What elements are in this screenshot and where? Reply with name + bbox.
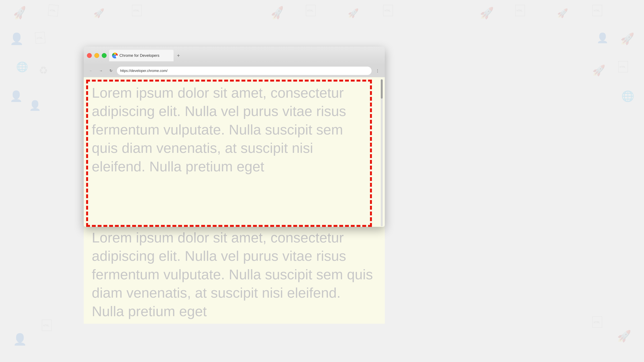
active-tab[interactable]: Chrome for Developers [109, 50, 174, 61]
svg-rect-0 [48, 4, 58, 16]
svg-rect-10 [592, 5, 602, 16]
menu-button[interactable]: ⋮ [374, 67, 382, 75]
nav-bar: ← → ↻ https://developer.chrome.com/ ⋮ [84, 64, 385, 77]
svg-text:HTML: HTML [384, 9, 391, 12]
svg-rect-2 [132, 5, 142, 16]
bg-html-icon: HTML [48, 4, 58, 19]
back-button[interactable]: ← [87, 67, 95, 75]
lorem-ipsum-text: Lorem ipsum dolor sit amet, consectetur … [88, 82, 369, 227]
bg-person-icon-right: 👤 [596, 32, 608, 44]
svg-text:HTML: HTML [36, 36, 43, 40]
bg-html-badge-3: HTML [383, 5, 393, 18]
bg-rocket-icon-right-2: 🚀 [592, 64, 605, 77]
svg-text:HTML: HTML [620, 65, 626, 68]
bg-person-icon-2: 👤 [10, 90, 23, 102]
scrollbar-thumb[interactable] [381, 79, 383, 99]
traffic-lights [87, 53, 106, 58]
bg-person-icon-bottom-1: 👤 [13, 333, 27, 346]
bg-globe-icon-right: 🌐 [621, 90, 634, 102]
bg-rocket-icon: 🚀 [12, 5, 28, 21]
bg-person-icon-3: 👤 [29, 100, 41, 111]
bg-globe-icon-1: 🌐 [16, 61, 28, 72]
bg-rocket-icon-2: 🚀 [94, 8, 104, 18]
bg-html-badge-1: HTML [132, 5, 142, 18]
svg-rect-18 [592, 317, 602, 328]
bg-person-icon-1: 👤 [10, 32, 24, 45]
chrome-favicon [112, 53, 118, 58]
scrollbar[interactable] [380, 78, 383, 226]
svg-rect-8 [515, 5, 525, 16]
svg-text:HTML: HTML [133, 9, 140, 12]
content-area: Lorem ipsum dolor sit amet, consectetur … [84, 77, 385, 227]
bg-html-badge-right-1: HTML [618, 61, 628, 75]
bg-rocket-icon-right-1: 🚀 [620, 32, 634, 45]
bg-rocket-icon-bottom: 🚀 [617, 330, 631, 343]
url-text: https://developer.chrome.com/ [120, 69, 168, 73]
svg-point-22 [114, 54, 116, 56]
tab-bar: Chrome for Developers + [109, 50, 382, 61]
below-lorem-text: Lorem ipsum dolor sit amet, consectetur … [92, 230, 373, 319]
svg-text:HTML: HTML [50, 9, 56, 12]
bg-html-badge-left-1: HTML [35, 32, 46, 46]
tab-title: Chrome for Developers [120, 53, 160, 58]
minimize-button[interactable] [94, 53, 99, 58]
forward-button[interactable]: → [97, 67, 105, 75]
bg-rocket-icon-6: 🚀 [557, 8, 568, 18]
maximize-button[interactable] [102, 53, 106, 58]
scrollbar-track [381, 79, 383, 226]
title-bar: Chrome for Developers + [84, 47, 385, 64]
bg-html-badge-2: HTML [306, 5, 316, 18]
bg-html-badge-bottom-2: HTML [592, 317, 602, 330]
close-button[interactable] [87, 53, 92, 58]
bg-html-badge-bottom-1: HTML [42, 320, 52, 333]
new-tab-button[interactable]: + [175, 52, 182, 59]
svg-text:HTML: HTML [43, 324, 50, 327]
svg-rect-16 [42, 320, 52, 331]
browser-window: Chrome for Developers + ← → ↻ https://de… [84, 47, 385, 227]
svg-text:HTML: HTML [594, 9, 600, 12]
svg-rect-12 [35, 32, 46, 44]
address-bar[interactable]: https://developer.chrome.com/ [117, 67, 372, 75]
bg-rocket-icon-5: 🚀 [480, 6, 494, 20]
refresh-button[interactable]: ↻ [107, 67, 115, 75]
svg-rect-6 [383, 5, 393, 16]
svg-rect-4 [306, 5, 316, 16]
bg-recycle-icon-1: ♻ [39, 64, 48, 76]
svg-rect-14 [618, 61, 628, 72]
svg-text:HTML: HTML [594, 321, 600, 324]
bg-rocket-icon-3: 🚀 [270, 5, 286, 21]
below-browser-content: Lorem ipsum dolor sit amet, consectetur … [84, 225, 385, 324]
bg-html-badge-5: HTML [592, 5, 602, 18]
svg-text:HTML: HTML [307, 9, 314, 12]
svg-text:HTML: HTML [516, 9, 523, 12]
bg-html-badge-4: HTML [515, 5, 525, 18]
bg-rocket-icon-4: 🚀 [348, 8, 359, 18]
